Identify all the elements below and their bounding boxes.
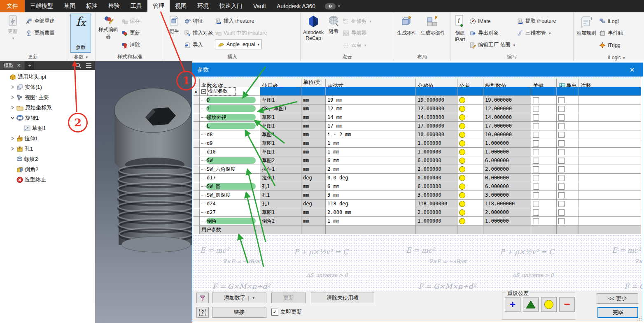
param-comment-cell[interactable]: [579, 105, 641, 113]
menu-tab-Vault[interactable]: Vault: [248, 0, 271, 12]
param-tolerance-cell[interactable]: [457, 139, 483, 148]
param-tolerance-cell[interactable]: [457, 208, 483, 217]
make-components-button[interactable]: 生成零部件: [420, 14, 446, 55]
param-tolerance-cell[interactable]: [457, 182, 483, 191]
key-checkbox[interactable]: [533, 106, 539, 112]
param-name-cell[interactable]: SW_六角深度: [200, 165, 260, 174]
rebuild-all-button[interactable]: 全部重建: [26, 15, 55, 27]
tree-item-孔1[interactable]: 孔1: [0, 144, 95, 154]
param-export-cell[interactable]: [557, 200, 579, 208]
param-name-cell[interactable]: SW_圆深度: [200, 191, 260, 200]
tolerance-plus-button[interactable]: +: [505, 297, 520, 312]
close-icon[interactable]: ✕: [17, 63, 21, 68]
param-export-cell[interactable]: [557, 96, 579, 105]
update-button-dialog[interactable]: 更新: [271, 293, 306, 303]
param-key-cell[interactable]: [531, 182, 557, 191]
tolerance-yellow-circle-icon[interactable]: [459, 184, 465, 190]
param-comment-cell[interactable]: [579, 148, 641, 156]
param-comment-cell[interactable]: [579, 156, 641, 165]
param-expression-cell[interactable]: 3 mm: [326, 191, 416, 200]
done-button[interactable]: 完毕: [597, 307, 638, 318]
param-comment-cell[interactable]: [579, 208, 641, 217]
feature-button[interactable]: 特征: [184, 15, 213, 27]
imate-button[interactable]: iMate: [469, 15, 515, 27]
tube-pipe-button[interactable]: 三维布管 ▾: [517, 27, 556, 39]
param-key-cell[interactable]: [531, 165, 557, 174]
param-comment-cell[interactable]: [579, 165, 641, 174]
param-name-cell[interactable]: d27: [200, 208, 260, 217]
param-key-cell[interactable]: [531, 122, 557, 130]
expand-closed-icon[interactable]: [10, 106, 15, 109]
row-selector[interactable]: [193, 217, 200, 225]
param-comment-cell[interactable]: [579, 217, 641, 225]
row-selector[interactable]: [193, 122, 200, 130]
update-button[interactable]: 更新 ▾: [2, 14, 24, 55]
a360-cloud-icon[interactable]: [325, 3, 336, 9]
ribbon-group-label[interactable]: 参数 ▾: [66, 53, 95, 60]
row-selector[interactable]: [193, 113, 200, 122]
param-expression-cell[interactable]: 17 mm: [326, 122, 416, 130]
tolerance-yellow-circle-icon[interactable]: [459, 166, 465, 172]
param-expression-cell[interactable]: 12 mm: [326, 105, 416, 113]
export-checkbox[interactable]: [558, 149, 565, 155]
tree-item-螺纹2[interactable]: 螺纹2: [0, 154, 95, 164]
tolerance-nominal-button[interactable]: [523, 297, 539, 312]
export-checkbox[interactable]: [558, 209, 565, 216]
key-checkbox[interactable]: [533, 184, 539, 190]
key-checkbox[interactable]: [533, 140, 539, 146]
param-key-cell[interactable]: [531, 113, 557, 122]
param-comment-cell[interactable]: [579, 191, 641, 200]
style-update-button[interactable]: 更新: [121, 27, 140, 39]
param-export-cell[interactable]: [557, 165, 579, 174]
tolerance-yellow-circle-icon[interactable]: [459, 132, 465, 138]
tolerance-yellow-circle-icon[interactable]: [459, 218, 465, 224]
close-icon[interactable]: ✕: [624, 63, 640, 77]
tree-item-视图: 主要[interactable]: 视图: 主要: [0, 92, 95, 102]
clip-button[interactable]: 框修剪 ▾: [343, 15, 371, 27]
param-tolerance-cell[interactable]: [457, 191, 483, 200]
menu-tab-工具[interactable]: 工具: [125, 0, 147, 12]
param-comment-cell[interactable]: [579, 130, 641, 139]
export-checkbox[interactable]: [558, 123, 565, 129]
group-row-model-params[interactable]: −模型参数: [200, 87, 260, 96]
key-checkbox[interactable]: [533, 97, 539, 103]
param-key-cell[interactable]: [531, 139, 557, 148]
param-name-cell[interactable]: 倒角: [200, 217, 260, 225]
expand-closed-icon[interactable]: [10, 85, 15, 89]
param-expression-cell[interactable]: 0.0 deg: [326, 174, 416, 182]
export-checkbox[interactable]: [558, 218, 565, 224]
param-expression-cell[interactable]: i - 2 mm: [326, 130, 416, 139]
param-key-cell[interactable]: [531, 130, 557, 139]
tolerance-yellow-circle-icon[interactable]: [459, 201, 465, 207]
extract-ifeature-button[interactable]: i 提取 iFeature: [517, 15, 556, 27]
export-checkbox[interactable]: [558, 97, 565, 103]
key-checkbox[interactable]: [533, 166, 539, 172]
row-selector[interactable]: [193, 130, 200, 139]
tolerance-yellow-circle-icon[interactable]: [459, 192, 465, 198]
cloud-points-button[interactable]: 云点 ▾: [343, 39, 371, 51]
filter-button[interactable]: [196, 293, 209, 303]
style-editor-button[interactable]: 样式编辑器: [97, 14, 119, 55]
param-export-cell[interactable]: [557, 217, 579, 225]
param-export-cell[interactable]: [557, 139, 579, 148]
param-expression-cell[interactable]: 19 mm: [326, 96, 416, 105]
export-checkbox[interactable]: [558, 192, 565, 198]
export-checkbox[interactable]: [558, 158, 565, 164]
navigator-button[interactable]: 导航器: [343, 27, 371, 39]
tolerance-yellow-circle-icon[interactable]: [459, 123, 465, 129]
collapse-box[interactable]: −: [201, 89, 206, 94]
menu-tab-Autodesk A360[interactable]: Autodesk A360: [271, 0, 321, 12]
export-checkbox[interactable]: [558, 106, 565, 112]
row-selector-model-params[interactable]: ▶: [193, 87, 200, 96]
param-name-cell[interactable]: D: [200, 96, 260, 105]
vault-ifeature-button[interactable]: V Vault 中的 iFeature: [215, 27, 267, 39]
expand-open-icon[interactable]: [10, 116, 15, 120]
param-name-cell[interactable]: i: [200, 105, 260, 113]
param-tolerance-cell[interactable]: [457, 96, 483, 105]
row-selector[interactable]: [193, 165, 200, 174]
menu-tab-快速入门[interactable]: 快速入门: [214, 0, 248, 12]
export-checkbox[interactable]: [558, 184, 565, 190]
param-name-cell[interactable]: d17: [200, 174, 260, 182]
menu-tab-草图[interactable]: 草图: [58, 0, 81, 12]
import-button[interactable]: 导入: [184, 39, 213, 51]
